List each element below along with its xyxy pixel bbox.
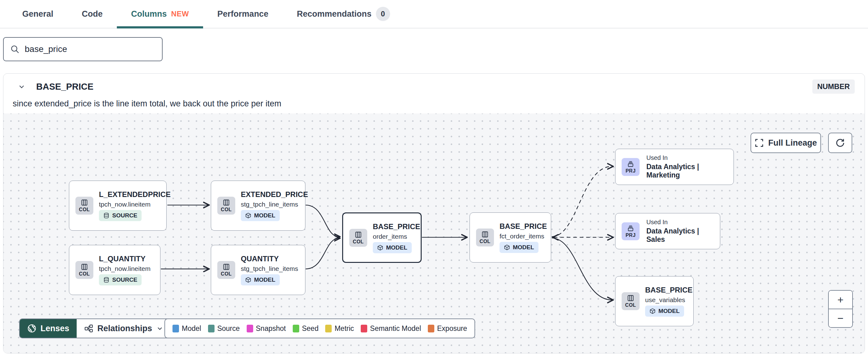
zoom-controls: + − — [828, 290, 853, 328]
column-chip: COL — [75, 261, 93, 279]
legend-swatch — [428, 325, 434, 332]
cube-icon — [245, 277, 251, 283]
node-base-price-fct-order-items[interactable]: COL BASE_PRICE fct_order_items MODEL — [469, 212, 551, 263]
node-graph-icon — [84, 324, 93, 333]
chip-label: COL — [221, 271, 231, 277]
node-title: L_QUANTITY — [99, 255, 146, 263]
refresh-icon — [835, 138, 845, 148]
database-icon — [103, 277, 110, 283]
lenses-button[interactable]: Lenses — [20, 319, 77, 338]
project-chip: PRJ — [622, 158, 640, 176]
node-title: BASE_PRICE — [373, 223, 420, 231]
node-extended-price[interactable]: COL EXTENDED_PRICE stg_tpch_line_items M… — [211, 181, 305, 231]
chevron-down-icon[interactable] — [18, 83, 26, 91]
tab-code[interactable]: Code — [68, 0, 117, 28]
legend-swatch — [293, 325, 299, 332]
badge-label: MODEL — [386, 244, 407, 251]
new-badge: NEW — [171, 9, 189, 18]
tab-recommendations[interactable]: Recommendations 0 — [282, 0, 404, 28]
column-chip: COL — [217, 261, 235, 279]
resource-type-badge: MODEL — [241, 274, 280, 286]
node-title: BASE_PRICE — [645, 286, 692, 294]
column-panel: BASE_PRICE NUMBER since extended_price i… — [3, 73, 865, 353]
cube-icon — [504, 244, 510, 250]
columns-icon — [81, 199, 88, 206]
node-title: QUANTITY — [241, 255, 279, 263]
legend-label: Metric — [335, 324, 354, 333]
legend-swatch — [325, 325, 332, 332]
lineage-canvas[interactable]: COL L_EXTENDEDPRICE tpch_now.lineitem SO… — [3, 114, 865, 353]
badge-label: MODEL — [658, 308, 680, 315]
chip-label: COL — [479, 239, 490, 244]
legend-item-snapshot: Snapshot — [247, 324, 286, 333]
node-base-price-use-variables[interactable]: COL BASE_PRICE use_variables MODEL — [615, 276, 694, 326]
legend-swatch — [247, 325, 253, 332]
badge-label: MODEL — [254, 276, 275, 283]
tab-recommendations-label: Recommendations — [297, 9, 372, 19]
badge-label: SOURCE — [112, 212, 137, 219]
legend-item-semantic-model: Semantic Model — [361, 324, 421, 333]
resource-type-badge: SOURCE — [99, 210, 142, 221]
node-used-in-sales[interactable]: PRJ Used In Data Analytics | Sales — [615, 213, 720, 249]
node-l-extendedprice[interactable]: COL L_EXTENDEDPRICE tpch_now.lineitem SO… — [69, 181, 166, 231]
tab-columns[interactable]: Columns NEW — [117, 0, 203, 28]
node-subtitle: tpch_now.lineitem — [99, 201, 151, 208]
chip-label: PRJ — [626, 168, 636, 174]
column-chip: COL — [476, 229, 494, 246]
column-search — [3, 37, 163, 61]
badge-label: MODEL — [513, 244, 534, 251]
archive-icon — [627, 225, 634, 232]
node-quantity[interactable]: COL QUANTITY stg_tpch_line_items MODEL — [211, 245, 305, 295]
full-lineage-label: Full Lineage — [768, 138, 817, 148]
node-subtitle: order_items — [373, 233, 407, 240]
full-lineage-button[interactable]: Full Lineage — [750, 132, 821, 153]
column-name: BASE_PRICE — [36, 82, 93, 92]
archive-icon — [627, 160, 634, 168]
tab-performance-label: Performance — [217, 9, 268, 19]
column-chip: COL — [75, 197, 93, 215]
node-title: BASE_PRICE — [499, 222, 547, 231]
search-input[interactable] — [25, 44, 156, 54]
cube-icon — [377, 245, 383, 251]
columns-icon — [223, 199, 230, 206]
tab-performance[interactable]: Performance — [203, 0, 282, 28]
column-description: since extended_price is the line item to… — [3, 96, 865, 114]
chip-label: COL — [221, 207, 231, 212]
node-used-in-marketing[interactable]: PRJ Used In Data Analytics | Marketing — [615, 149, 734, 185]
legend-item-exposure: Exposure — [428, 324, 467, 333]
badge-label: MODEL — [254, 212, 275, 219]
legend-label: Semantic Model — [370, 324, 421, 333]
edge-extendedprice-baseprice — [306, 205, 339, 237]
lenses-label: Lenses — [40, 324, 69, 333]
relationships-dropdown[interactable]: Relationships — [77, 319, 171, 338]
cube-icon — [245, 212, 251, 218]
refresh-button[interactable] — [828, 132, 852, 153]
lineage-edges — [3, 114, 865, 353]
chip-label: COL — [79, 271, 90, 277]
column-header: BASE_PRICE NUMBER — [3, 73, 865, 96]
node-l-quantity[interactable]: COL L_QUANTITY tpch_now.lineitem SOURCE — [69, 245, 160, 295]
legend-label: Model — [182, 324, 201, 333]
database-icon — [103, 212, 110, 218]
legend-swatch — [361, 325, 367, 332]
node-subtitle: stg_tpch_line_items — [241, 201, 298, 208]
recommendations-count-badge: 0 — [376, 7, 390, 21]
legend-item-model: Model — [173, 324, 201, 333]
legend-swatch — [208, 325, 215, 332]
zoom-out-button[interactable]: − — [829, 309, 852, 327]
resource-type-badge: MODEL — [241, 210, 280, 221]
legend-label: Exposure — [437, 324, 467, 333]
edge-fct-usevariables — [552, 238, 612, 300]
tab-columns-label: Columns — [131, 9, 167, 19]
resource-type-badge: MODEL — [373, 242, 412, 253]
legend-item-source: Source — [208, 324, 240, 333]
zoom-in-button[interactable]: + — [829, 291, 852, 309]
node-base-price-order-items[interactable]: COL BASE_PRICE order_items MODEL — [342, 212, 422, 263]
columns-icon — [81, 263, 88, 271]
tab-general[interactable]: General — [8, 0, 68, 28]
column-chip: COL — [349, 229, 367, 247]
expand-icon — [754, 138, 764, 148]
data-type-badge: NUMBER — [812, 80, 855, 94]
columns-icon — [354, 231, 362, 238]
chip-label: COL — [625, 302, 636, 308]
